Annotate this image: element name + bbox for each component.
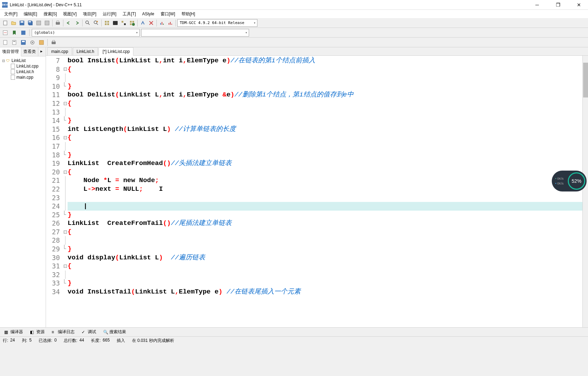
maximize-button[interactable]: ❐ (551, 1, 565, 8)
properties-icon[interactable] (29, 39, 36, 46)
new-project-icon[interactable] (10, 39, 18, 46)
replace-icon[interactable] (92, 19, 100, 27)
compile-icon[interactable] (103, 19, 111, 27)
compile-run-icon[interactable] (120, 19, 127, 27)
status-line: 24 (10, 338, 15, 344)
toolbar-nav: (globals) (0, 28, 588, 38)
menu-item[interactable]: 窗口[W] (158, 10, 178, 18)
undo-icon[interactable] (65, 19, 72, 27)
svg-rect-28 (162, 22, 162, 25)
rebuild-icon[interactable] (128, 19, 136, 27)
menu-item[interactable]: 项目[P] (80, 10, 99, 18)
bookmark-icon[interactable] (10, 29, 18, 37)
redo-icon[interactable] (73, 19, 81, 27)
svg-rect-16 (107, 21, 109, 23)
vertical-scrollbar[interactable] (582, 56, 588, 327)
svg-rect-44 (52, 42, 55, 44)
code-view[interactable]: 7891011121314151617181920212223242526272… (46, 56, 588, 327)
svg-rect-8 (56, 22, 60, 24)
minimize-button[interactable]: ─ (530, 1, 544, 8)
editor-tab[interactable]: main.cpp (47, 47, 72, 55)
run-icon[interactable] (111, 19, 119, 27)
debug-icon[interactable] (139, 19, 147, 27)
close-button[interactable]: ✕ (572, 1, 586, 8)
search-icon: 🔍 (103, 330, 108, 335)
status-parse: 在 0.031 秒内完成解析 (132, 338, 174, 344)
toolbar-edit (0, 38, 588, 47)
file-item[interactable]: LinkList.cpp (1, 63, 45, 69)
tab-classes[interactable]: 查看类 (21, 47, 38, 56)
svg-rect-5 (29, 21, 31, 22)
save-icon[interactable] (18, 19, 26, 27)
bottom-tab[interactable]: ≡编译日志 (49, 328, 77, 336)
grid-icon: ▦ (4, 330, 9, 335)
new-file-icon[interactable] (1, 19, 9, 27)
sidebar: 项目管理 查看类 ▸ ⊟ 🛡 LinkList LinkList.cpp Lin… (0, 47, 46, 327)
close-file-icon[interactable] (43, 19, 51, 27)
compiler-select[interactable]: TDM-GCC 4.9.2 64-bit Release (177, 19, 257, 27)
tab-project[interactable]: 项目管理 (0, 47, 21, 56)
system-monitor-widget[interactable]: 0K/s 0K/s 52% (552, 171, 587, 191)
menu-bar: 文件[F]编辑[E]搜索[S]视图[V]项目[P]运行[R]工具[T]AStyl… (0, 10, 588, 18)
svg-point-42 (32, 42, 33, 43)
status-sel: 0 (54, 338, 57, 344)
code-body[interactable]: bool InsList(LinkList L,int i,ElemType e… (68, 56, 582, 327)
svg-rect-24 (130, 23, 132, 25)
menu-item[interactable]: 搜索[S] (41, 10, 60, 18)
menu-item[interactable]: AStyle (139, 11, 157, 17)
project-name: LinkList (11, 58, 26, 63)
open-icon[interactable] (10, 19, 17, 27)
bottom-tab[interactable]: ✓调试 (79, 328, 99, 336)
project-options-icon[interactable] (38, 39, 45, 46)
status-len: 665 (103, 338, 110, 344)
svg-rect-32 (171, 24, 172, 25)
file-item[interactable]: main.cpp (1, 75, 45, 80)
menu-item[interactable]: 工具[T] (120, 10, 139, 18)
svg-rect-9 (57, 21, 59, 22)
project-root[interactable]: ⊟ 🛡 LinkList (1, 58, 45, 63)
save-as-icon[interactable] (35, 19, 42, 27)
globals-select[interactable]: (globals) (32, 29, 140, 37)
fold-column[interactable]: −−−−−− (63, 56, 68, 327)
svg-point-14 (96, 21, 98, 22)
find-icon[interactable] (84, 19, 92, 27)
svg-rect-37 (13, 40, 16, 45)
sidebar-scroll-right[interactable]: ▸ (38, 47, 45, 56)
file-item[interactable]: LinkList.h (1, 69, 45, 75)
toggle-bookmark-icon[interactable] (20, 29, 27, 37)
svg-rect-7 (45, 21, 49, 25)
bottom-tab[interactable]: ◧资源 (27, 328, 47, 336)
new-source-icon[interactable] (1, 39, 9, 46)
project-icon: 🛡 (6, 58, 10, 63)
stop-icon[interactable] (147, 19, 155, 27)
menu-item[interactable]: 运行[R] (100, 10, 119, 18)
delete-profile-icon[interactable] (167, 19, 174, 27)
save-icon-2[interactable] (20, 39, 27, 46)
profile-icon[interactable] (158, 19, 166, 27)
net-up: 0K/s (555, 176, 564, 181)
status-label: 长度: (91, 338, 100, 344)
menu-item[interactable]: 帮助[H] (179, 10, 198, 18)
svg-rect-27 (160, 23, 161, 25)
bottom-tab[interactable]: ▦编译器 (1, 328, 26, 336)
print-icon[interactable] (54, 19, 62, 27)
project-tree: ⊟ 🛡 LinkList LinkList.cpp LinkList.h mai… (0, 56, 46, 327)
editor-tab[interactable]: [*] LinkList.cpp (99, 47, 133, 56)
svg-rect-21 (124, 23, 126, 25)
function-select[interactable] (141, 29, 249, 37)
svg-rect-23 (132, 21, 134, 23)
scroll-thumb[interactable] (583, 63, 588, 97)
svg-rect-31 (170, 22, 171, 25)
menu-item[interactable]: 视图[V] (60, 10, 79, 18)
bottom-tab[interactable]: 🔍搜索结果 (100, 328, 129, 336)
menu-item[interactable]: 文件[F] (1, 10, 20, 18)
check-icon: ✓ (82, 330, 86, 335)
save-all-icon[interactable] (26, 19, 34, 27)
editor-tab[interactable]: LinkList.h (73, 47, 98, 55)
svg-rect-0 (3, 21, 7, 25)
window-title: LinkList - [LinkList.dev] - Dev-C++ 5.11 (10, 2, 530, 7)
goto-line-icon[interactable] (1, 29, 9, 37)
print-icon-2[interactable] (50, 39, 57, 46)
file-label: LinkList.cpp (16, 64, 38, 69)
menu-item[interactable]: 编辑[E] (21, 10, 40, 18)
